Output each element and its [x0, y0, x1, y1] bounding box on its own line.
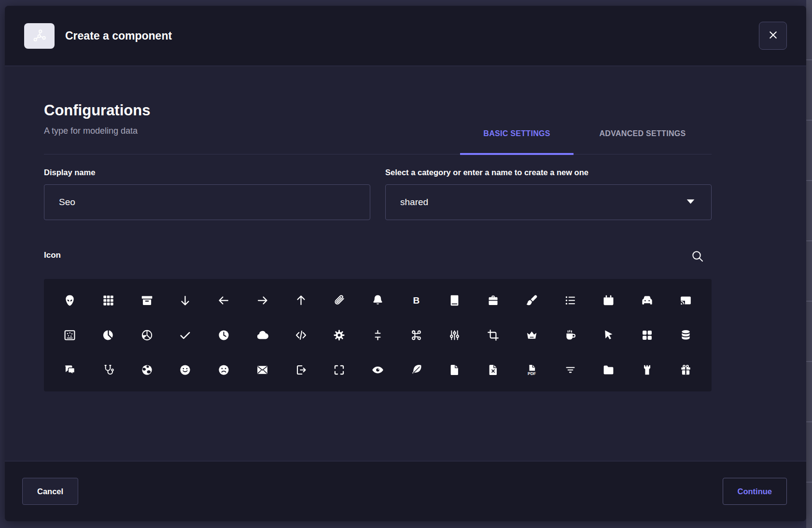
continue-button[interactable]: Continue — [723, 478, 787, 505]
category-select-value: shared — [400, 197, 685, 208]
chevron-down-icon — [685, 195, 697, 209]
command-icon[interactable] — [397, 318, 435, 352]
icon-picker-grid: BPDF — [44, 279, 712, 391]
background-page-sliver — [806, 0, 812, 528]
connector-icon[interactable] — [435, 318, 474, 352]
cloud-icon[interactable] — [243, 318, 282, 352]
search-icon[interactable] — [691, 250, 704, 263]
calendar-icon[interactable] — [589, 283, 628, 318]
display-name-label: Display name — [44, 168, 95, 177]
page-title: Configurations — [44, 102, 150, 119]
settings-tabs: BASIC SETTINGS ADVANCED SETTINGS — [460, 112, 712, 154]
chart-pie-icon[interactable] — [127, 318, 166, 352]
close-button[interactable] — [759, 22, 787, 50]
briefcase-icon[interactable] — [474, 283, 513, 318]
active-tab-underline — [460, 153, 574, 155]
feather-icon[interactable] — [397, 353, 435, 388]
modal-body: Configurations A type for modeling data … — [5, 66, 806, 461]
category-select[interactable]: shared — [385, 184, 712, 220]
apps-icon[interactable] — [89, 283, 128, 318]
collapse-icon[interactable] — [359, 318, 397, 352]
cup-icon[interactable] — [551, 318, 589, 352]
tab-advanced-settings[interactable]: ADVANCED SETTINGS — [574, 112, 712, 154]
cog-icon[interactable] — [320, 318, 359, 352]
tab-basic-settings[interactable]: BASIC SETTINGS — [460, 112, 574, 154]
gift-icon[interactable] — [666, 353, 705, 388]
file-error-icon[interactable] — [474, 353, 513, 388]
chart-bubble-icon[interactable] — [51, 318, 89, 352]
bullet-list-icon[interactable] — [551, 283, 589, 318]
bold-icon[interactable]: B — [397, 283, 435, 318]
file-icon[interactable] — [435, 353, 474, 388]
modal-title: Create a component — [65, 29, 172, 42]
component-icon — [24, 23, 55, 49]
archive-icon[interactable] — [127, 283, 166, 318]
folder-icon[interactable] — [589, 353, 628, 388]
arrow-down-icon[interactable] — [166, 283, 205, 318]
code-icon[interactable] — [281, 318, 320, 352]
emotion-happy-icon[interactable] — [166, 353, 205, 388]
doctor-icon[interactable] — [89, 353, 128, 388]
alien-icon[interactable] — [51, 283, 89, 318]
car-icon[interactable] — [628, 283, 667, 318]
cursor-icon[interactable] — [589, 318, 628, 352]
arrow-left-icon[interactable] — [205, 283, 243, 318]
check-icon[interactable] — [166, 318, 205, 352]
exit-icon[interactable] — [281, 353, 320, 388]
display-name-input[interactable] — [44, 184, 370, 220]
gate-icon[interactable] — [628, 353, 667, 388]
dashboard-icon[interactable] — [628, 318, 667, 352]
bell-icon[interactable] — [359, 283, 397, 318]
filter-icon[interactable] — [551, 353, 589, 388]
cancel-button[interactable]: Cancel — [22, 478, 78, 505]
crop-icon[interactable] — [474, 318, 513, 352]
page-subtitle: A type for modeling data — [44, 126, 138, 136]
attachment-icon[interactable] — [320, 283, 359, 318]
tab-basic-settings-label: BASIC SETTINGS — [483, 129, 550, 138]
arrow-up-icon[interactable] — [281, 283, 320, 318]
cast-icon[interactable] — [666, 283, 705, 318]
create-component-modal: Create a component Configurations A type… — [5, 6, 806, 521]
expand-icon[interactable] — [320, 353, 359, 388]
modal-header: Create a component — [5, 6, 806, 66]
modal-footer: Cancel Continue — [5, 461, 806, 521]
svg-text:B: B — [413, 295, 420, 305]
arrow-right-icon[interactable] — [243, 283, 282, 318]
earth-icon[interactable] — [127, 353, 166, 388]
tab-advanced-settings-label: ADVANCED SETTINGS — [599, 129, 686, 138]
discuss-icon[interactable] — [51, 353, 89, 388]
eye-icon[interactable] — [359, 353, 397, 388]
close-icon — [767, 29, 779, 43]
chart-circle-icon[interactable] — [89, 318, 128, 352]
file-pdf-icon[interactable]: PDF — [512, 353, 551, 388]
brush-icon[interactable] — [512, 283, 551, 318]
category-label: Select a category or enter a name to cre… — [385, 168, 588, 177]
clock-icon[interactable] — [205, 318, 243, 352]
book-icon[interactable] — [435, 283, 474, 318]
icon-section-label: Icon — [44, 250, 61, 260]
crown-icon[interactable] — [512, 318, 551, 352]
envelop-icon[interactable] — [243, 353, 282, 388]
database-icon[interactable] — [666, 318, 705, 352]
emotion-unhappy-icon[interactable] — [205, 353, 243, 388]
svg-text:PDF: PDF — [528, 371, 536, 376]
